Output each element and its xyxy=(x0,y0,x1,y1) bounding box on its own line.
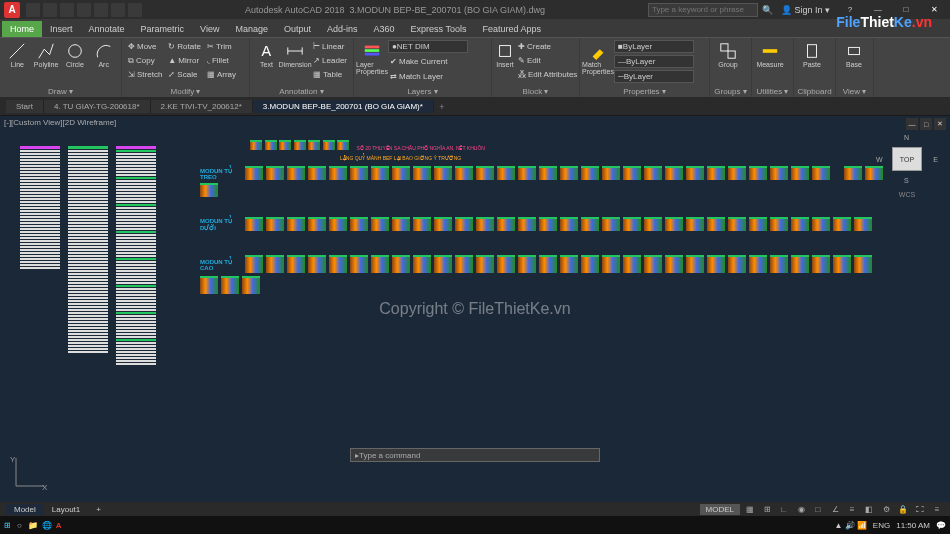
array-button[interactable]: ▦ Array xyxy=(205,68,238,81)
layer-dropdown[interactable]: ● NET DIM xyxy=(388,40,468,53)
edit-attrs-button[interactable]: ⁂ Edit Attributes xyxy=(516,68,579,81)
copy-button[interactable]: ⧉ Copy xyxy=(126,54,164,67)
grid-toggle-icon[interactable]: ▦ xyxy=(743,503,757,515)
tray-icons[interactable]: ▲ 🔊 📶 xyxy=(834,521,866,530)
match-layer-button[interactable]: ⇄ Match Layer xyxy=(388,70,468,83)
create-block-button[interactable]: ✚ Create xyxy=(516,40,579,53)
app-logo[interactable]: A xyxy=(4,2,20,18)
lineweight-dropdown[interactable]: — ByLayer xyxy=(614,55,694,68)
taskbar-autocad-icon[interactable]: A xyxy=(56,521,62,530)
color-dropdown[interactable]: ■ ByLayer xyxy=(614,40,694,53)
save-icon[interactable] xyxy=(60,3,74,17)
text-button[interactable]: AText xyxy=(254,40,279,68)
search-input[interactable] xyxy=(648,3,758,17)
stretch-button[interactable]: ⇲ Stretch xyxy=(126,68,164,81)
scale-button[interactable]: ⤢ Scale xyxy=(166,68,203,81)
layout1-tab[interactable]: Layout1 xyxy=(44,504,88,515)
transparency-icon[interactable]: ◧ xyxy=(862,503,876,515)
panel-title-properties[interactable]: Properties ▾ xyxy=(580,87,709,96)
new-tab-button[interactable]: + xyxy=(434,102,450,112)
measure-button[interactable]: Measure xyxy=(756,40,784,68)
file-tab-active[interactable]: 3.MODUN BEP-BE_200701 (BO GIA GIAM)* xyxy=(253,100,434,113)
model-tab[interactable]: Model xyxy=(6,504,44,515)
file-tab-start[interactable]: Start xyxy=(6,100,44,113)
tab-parametric[interactable]: Parametric xyxy=(133,21,193,37)
tab-featured[interactable]: Featured Apps xyxy=(474,21,549,37)
layer-properties-button[interactable]: Layer Properties xyxy=(358,40,386,75)
vp-maximize[interactable]: □ xyxy=(920,118,932,130)
tab-express[interactable]: Express Tools xyxy=(403,21,475,37)
edit-block-button[interactable]: ✎ Edit xyxy=(516,54,579,67)
file-tab-1[interactable]: 4. TU GIAY-TG-200618* xyxy=(44,100,151,113)
panel-title-view[interactable]: View ▾ xyxy=(836,87,873,96)
lineweight-toggle-icon[interactable]: ≡ xyxy=(845,503,859,515)
tab-annotate[interactable]: Annotate xyxy=(81,21,133,37)
mirror-button[interactable]: ▲ Mirror xyxy=(166,54,203,67)
saveas-icon[interactable] xyxy=(77,3,91,17)
panel-title-clipboard[interactable]: Clipboard xyxy=(794,87,835,96)
tab-addins[interactable]: Add-ins xyxy=(319,21,366,37)
workspace-icon[interactable]: ⚙ xyxy=(879,503,893,515)
taskbar-app-1[interactable]: 📁 xyxy=(28,521,38,530)
tab-output[interactable]: Output xyxy=(276,21,319,37)
panel-title-block[interactable]: Block ▾ xyxy=(492,87,579,96)
move-button[interactable]: ✥ Move xyxy=(126,40,164,53)
make-current-button[interactable]: ✔ Make Current xyxy=(388,55,468,68)
search-icon[interactable]: 🔍 xyxy=(762,5,773,15)
clean-screen-icon[interactable]: ⛶ xyxy=(913,503,927,515)
panel-title-groups[interactable]: Groups ▾ xyxy=(710,87,751,96)
dimension-button[interactable]: Dimension xyxy=(281,40,309,68)
otrack-toggle-icon[interactable]: ∠ xyxy=(828,503,842,515)
arc-button[interactable]: Arc xyxy=(90,40,117,68)
line-button[interactable]: Line xyxy=(4,40,31,68)
command-line[interactable]: ▸ Type a command xyxy=(350,448,600,462)
vp-minimize[interactable]: — xyxy=(906,118,918,130)
signin-button[interactable]: 👤 Sign In ▾ xyxy=(777,5,834,15)
panel-title-draw[interactable]: Draw ▾ xyxy=(0,87,121,96)
polar-toggle-icon[interactable]: ◉ xyxy=(794,503,808,515)
open-icon[interactable] xyxy=(43,3,57,17)
leader-button[interactable]: ↗ Leader xyxy=(311,54,349,67)
osnap-toggle-icon[interactable]: □ xyxy=(811,503,825,515)
annotation-scale-icon[interactable]: 🔒 xyxy=(896,503,910,515)
viewport-label[interactable]: [-][Custom View][2D Wireframe] xyxy=(4,118,116,127)
drawing-viewport[interactable]: [-][Custom View][2D Wireframe] — □ ✕ N S… xyxy=(0,116,950,502)
cube-north[interactable]: N xyxy=(904,134,909,141)
snap-toggle-icon[interactable]: ⊞ xyxy=(760,503,774,515)
tab-view[interactable]: View xyxy=(192,21,227,37)
taskbar-search-icon[interactable]: ○ xyxy=(17,521,22,530)
tray-clock[interactable]: 11:50 AM xyxy=(896,521,930,530)
ortho-toggle-icon[interactable]: ∟ xyxy=(777,503,791,515)
tab-home[interactable]: Home xyxy=(2,21,42,37)
add-layout-button[interactable]: + xyxy=(88,504,109,515)
polyline-button[interactable]: Polyline xyxy=(33,40,60,68)
trim-button[interactable]: ✂ Trim xyxy=(205,40,238,53)
paste-button[interactable]: Paste xyxy=(798,40,826,68)
fillet-button[interactable]: ◟ Fillet xyxy=(205,54,238,67)
insert-button[interactable]: Insert xyxy=(496,40,514,68)
panel-title-layers[interactable]: Layers ▾ xyxy=(354,87,491,96)
tab-insert[interactable]: Insert xyxy=(42,21,81,37)
vp-close[interactable]: ✕ xyxy=(934,118,946,130)
cube-east[interactable]: E xyxy=(933,156,938,163)
plot-icon[interactable] xyxy=(94,3,108,17)
tab-manage[interactable]: Manage xyxy=(227,21,276,37)
linetype-dropdown[interactable]: ─ ByLayer xyxy=(614,70,694,83)
cube-top-face[interactable]: TOP xyxy=(892,147,922,171)
panel-title-modify[interactable]: Modify ▾ xyxy=(122,87,249,96)
tray-notifications-icon[interactable]: 💬 xyxy=(936,521,946,530)
base-view-button[interactable]: Base xyxy=(840,40,868,68)
rotate-button[interactable]: ↻ Rotate xyxy=(166,40,203,53)
panel-title-annotation[interactable]: Annotation ▾ xyxy=(250,87,353,96)
taskbar-app-2[interactable]: 🌐 xyxy=(42,521,52,530)
status-model-badge[interactable]: MODEL xyxy=(700,504,740,515)
undo-icon[interactable] xyxy=(111,3,125,17)
circle-button[interactable]: Circle xyxy=(62,40,89,68)
tray-lang[interactable]: ENG xyxy=(873,521,890,530)
start-button[interactable]: ⊞ xyxy=(4,521,11,530)
group-button[interactable]: Group xyxy=(714,40,742,68)
redo-icon[interactable] xyxy=(128,3,142,17)
cube-south[interactable]: S xyxy=(904,177,909,184)
table-button[interactable]: ▦ Table xyxy=(311,68,349,81)
tab-a360[interactable]: A360 xyxy=(366,21,403,37)
